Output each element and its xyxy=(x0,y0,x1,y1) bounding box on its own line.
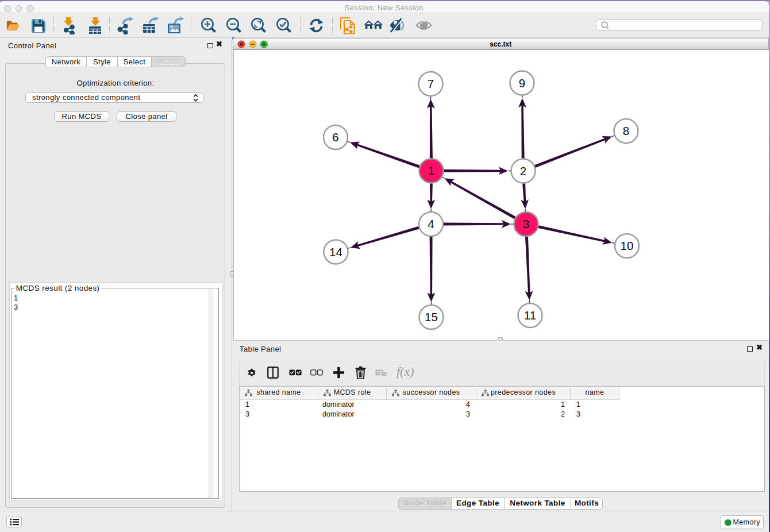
svg-text:10: 10 xyxy=(621,239,634,252)
svg-text:6: 6 xyxy=(332,130,338,144)
svg-text:14: 14 xyxy=(329,245,342,259)
svg-text:9: 9 xyxy=(519,76,525,90)
svg-text:11: 11 xyxy=(524,309,536,322)
svg-text:3: 3 xyxy=(523,217,529,230)
svg-text:1: 1 xyxy=(428,164,434,177)
svg-text:15: 15 xyxy=(425,310,438,323)
svg-text:4: 4 xyxy=(428,217,434,230)
svg-text:7: 7 xyxy=(428,77,434,90)
svg-text:2: 2 xyxy=(520,164,526,178)
svg-text:8: 8 xyxy=(623,124,629,137)
